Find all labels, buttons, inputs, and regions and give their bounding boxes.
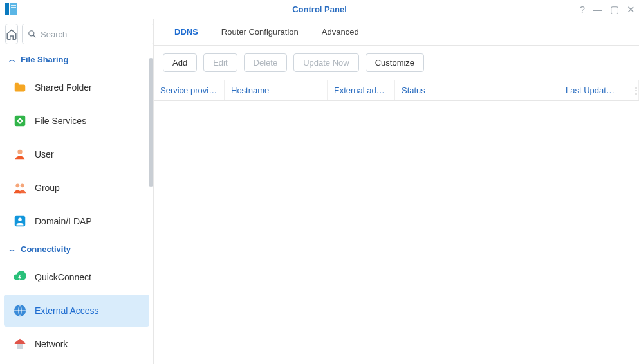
col-hostname[interactable]: Hostname (225, 80, 328, 100)
help-icon[interactable]: ? (580, 5, 585, 14)
home-button[interactable] (5, 24, 18, 44)
sidebar-item-label: User (35, 149, 54, 159)
file-sharing-list: Shared Folder File Services User (0, 70, 153, 239)
sidebar-item-group[interactable]: Group (4, 172, 149, 204)
svg-point-7 (17, 150, 22, 154)
grid-body (154, 101, 639, 364)
sidebar-item-domain-ldap[interactable]: Domain/LDAP (4, 205, 149, 237)
minimize-icon[interactable]: — (593, 5, 602, 14)
sidebar-scrollbar[interactable] (149, 58, 153, 187)
svg-point-11 (18, 218, 22, 222)
svg-point-4 (29, 31, 34, 36)
toolbar: Add Edit Delete Update Now Customize (154, 46, 639, 80)
sidebar-item-dhcp-server[interactable]: DHCP Server (4, 361, 149, 364)
search-input[interactable] (41, 30, 149, 39)
control-panel-window: Control Panel ? — ▢ ✕ ︿ File Sharing (0, 0, 639, 364)
customize-button[interactable]: Customize (366, 53, 424, 72)
sidebar-item-label: Group (35, 183, 60, 193)
chevron-up-icon: ︿ (9, 55, 15, 64)
svg-point-8 (15, 183, 19, 187)
sidebar-item-network[interactable]: Network (4, 328, 149, 360)
sidebar-item-shared-folder[interactable]: Shared Folder (4, 71, 149, 104)
folder-icon (13, 80, 27, 95)
section-file-sharing[interactable]: ︿ File Sharing (0, 49, 153, 70)
globe-icon (13, 304, 27, 318)
grid-header: Service provid… Hostname External add… S… (154, 80, 639, 101)
section-connectivity[interactable]: ︿ Connectivity (0, 239, 153, 260)
maximize-icon[interactable]: ▢ (610, 5, 619, 14)
svg-rect-0 (5, 3, 9, 15)
svg-rect-6 (15, 116, 26, 127)
sidebar-item-quickconnect[interactable]: QuickConnect (4, 261, 149, 293)
network-icon (13, 337, 27, 351)
col-service-provider[interactable]: Service provid… (154, 80, 225, 100)
window-title: Control Panel (292, 5, 347, 14)
app-body: ︿ File Sharing Shared Folder File Servic… (0, 19, 639, 364)
add-button[interactable]: Add (163, 53, 197, 72)
file-services-icon (13, 114, 27, 128)
sidebar-item-label: Shared Folder (35, 82, 92, 93)
tab-ddns[interactable]: DDNS (163, 19, 210, 45)
user-icon (13, 147, 27, 161)
sidebar-item-user[interactable]: User (4, 138, 149, 170)
search-row (0, 19, 153, 49)
col-last-updated[interactable]: Last Updated … (559, 80, 625, 100)
main-panel: DDNS Router Configuration Advanced Add E… (154, 19, 639, 364)
search-icon (28, 30, 37, 39)
titlebar: Control Panel ? — ▢ ✕ (0, 0, 639, 19)
tab-router-configuration[interactable]: Router Configuration (210, 19, 310, 45)
section-label: Connectivity (21, 244, 71, 254)
svg-rect-13 (17, 344, 23, 349)
cloud-bolt-icon (13, 270, 27, 284)
sidebar-item-external-access[interactable]: External Access (4, 295, 149, 327)
group-icon (13, 181, 27, 195)
column-options-icon[interactable]: ⋮ (625, 80, 639, 100)
delete-button[interactable]: Delete (244, 53, 288, 72)
svg-rect-2 (11, 5, 16, 6)
edit-button[interactable]: Edit (203, 53, 237, 72)
svg-point-9 (21, 183, 24, 187)
sidebar: ︿ File Sharing Shared Folder File Servic… (0, 19, 154, 364)
svg-line-5 (33, 35, 36, 38)
tabs: DDNS Router Configuration Advanced (154, 19, 639, 46)
close-icon[interactable]: ✕ (627, 5, 635, 14)
svg-rect-3 (11, 7, 16, 8)
sidebar-item-label: Network (35, 339, 68, 349)
search-box[interactable] (22, 24, 154, 44)
tab-advanced[interactable]: Advanced (310, 19, 371, 45)
col-status[interactable]: Status (395, 80, 559, 100)
domain-ldap-icon (13, 214, 27, 228)
sidebar-item-label: File Services (35, 116, 86, 126)
section-label: File Sharing (21, 55, 68, 64)
connectivity-list: QuickConnect External Access Network (0, 260, 153, 364)
chevron-up-icon: ︿ (9, 245, 15, 254)
update-now-button[interactable]: Update Now (293, 53, 359, 72)
sidebar-item-label: QuickConnect (35, 272, 91, 282)
window-controls: ? — ▢ ✕ (580, 5, 635, 14)
app-icon (4, 2, 18, 16)
sidebar-item-label: External Access (35, 305, 99, 316)
sidebar-item-file-services[interactable]: File Services (4, 105, 149, 137)
col-external-address[interactable]: External add… (328, 80, 395, 100)
sidebar-item-label: Domain/LDAP (35, 216, 92, 226)
